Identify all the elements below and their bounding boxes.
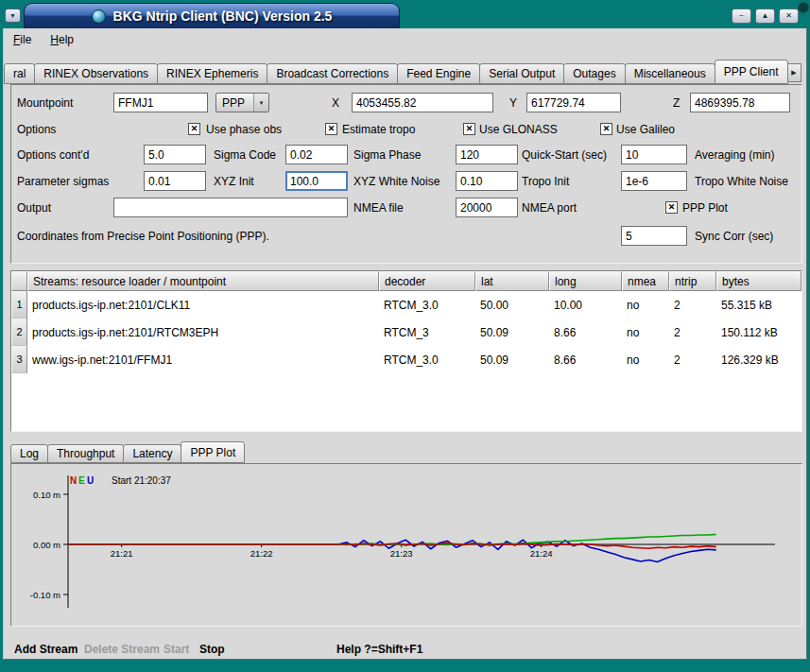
streams-table-header: Streams: resource loader / mountpoint de… [11,271,801,291]
row-number[interactable]: 1 [11,291,27,319]
cell-nmea: no [622,319,669,346]
ppp-plot-checkbox[interactable]: ✕ [665,201,678,214]
mountpoint-input[interactable] [113,93,208,112]
sigma-phase-input[interactable] [285,145,348,164]
chevron-down-icon: ▼ [9,12,16,19]
averaging-input[interactable] [621,145,687,164]
cell-ntrip: 2 [669,291,716,319]
nmea-port-label: NMEA port [522,201,577,215]
options-contd-label: Options cont'd [17,148,89,162]
parameter-sigmas-input[interactable] [144,171,206,191]
use-glonass-checkbox[interactable]: ✕ [463,123,475,135]
desktop-corner-widget [798,2,809,13]
use-glonass-label: Use GLONASS [479,123,558,136]
y-coordinate-label: Y [509,96,517,110]
main-window: File Help ral RINEX Observations RINEX E… [3,28,807,660]
header-decoder[interactable]: decoder [379,271,475,291]
tab-outages[interactable]: Outages [563,63,625,84]
header-bytes[interactable]: bytes [716,271,801,291]
row-number[interactable]: 3 [11,346,27,373]
streams-table: Streams: resource loader / mountpoint de… [10,270,802,432]
options-label: Options [17,123,56,136]
header-ntrip[interactable]: ntrip [669,271,716,291]
output-input[interactable] [113,198,348,217]
table-row[interactable]: 3 www.igs-ip.net:2101/FFMJ1 RTCM_3.0 50.… [11,346,801,373]
delete-stream-button: Delete Stream [84,643,160,656]
table-row[interactable]: 1 products.igs-ip.net:2101/CLK11 RTCM_3.… [11,291,801,319]
cell-long: 10.00 [549,291,622,319]
quick-start-label: Quick-Start (sec) [522,148,607,162]
close-button[interactable]: ✕ [779,9,799,24]
menu-file[interactable]: File [13,33,31,46]
header-long[interactable]: long [549,271,622,291]
cell-long: 8.66 [549,346,622,373]
svg-text:21:22: 21:22 [250,548,273,559]
titlebar[interactable]: BKG Ntrip Client (BNC) Version 2.5 [24,3,400,28]
table-row[interactable]: 2 products.igs-ip.net:2101/RTCM3EPH RTCM… [11,319,801,346]
help-button[interactable]: Help ?=Shift+F1 [336,643,422,656]
chevron-down-icon: ▼ [253,94,268,112]
use-phase-obs-checkbox[interactable]: ✕ [188,123,200,135]
tab-ppp-client[interactable]: PPP Client [715,60,788,84]
tab-serial-output[interactable]: Serial Output [479,63,564,84]
minimize-icon: − [739,12,744,20]
quick-start-input[interactable] [456,145,518,164]
y-coordinate-input[interactable] [526,93,621,112]
minimize-button[interactable]: − [732,9,751,24]
check-icon: ✕ [328,125,336,133]
tropo-init-label: Tropo Init [522,175,569,188]
tab-latency[interactable]: Latency [123,444,181,463]
x-coordinate-input[interactable] [352,93,493,112]
use-galileo-label: Use Galileo [616,123,675,136]
ppp-plot-panel: 0.10 m0.00 m-0.10 m21:2121:2221:2321:24N… [10,463,802,627]
tab-log[interactable]: Log [10,444,48,463]
xyz-init-input[interactable] [285,171,348,191]
z-coordinate-label: Z [673,96,680,110]
x-coordinate-label: X [332,96,339,110]
menubar: File Help [4,28,74,51]
sigma-phase-label: Sigma Phase [353,148,421,162]
ppp-plot-label: PPP Plot [682,201,728,215]
window-menu-button[interactable]: ▼ [5,9,21,23]
tab-miscellaneous[interactable]: Miscellaneous [625,63,715,84]
check-icon: ✕ [668,203,676,212]
settings-tabbar: ral RINEX Observations RINEX Ephemeris B… [4,59,787,84]
header-nmea[interactable]: nmea [622,271,669,291]
tab-rinex-observations[interactable]: RINEX Observations [34,63,158,84]
cell-ntrip: 2 [669,319,716,346]
header-lat[interactable]: lat [475,271,549,291]
svg-text:21:24: 21:24 [530,548,553,559]
tab-scroll-right-button[interactable]: ▶ [786,63,801,82]
sigma-code-input[interactable] [144,145,206,164]
tropo-white-noise-label: Tropo White Noise [695,175,788,188]
stop-button[interactable]: Stop [199,643,225,656]
cell-nmea: no [622,346,669,373]
form-row-options-contd: Options cont'd Sigma Code Sigma Phase Qu… [11,145,801,165]
nmea-port-input[interactable] [456,198,518,217]
xyz-white-noise-input[interactable] [456,171,518,191]
svg-text:0.10 m: 0.10 m [33,490,60,500]
start-button: Start [164,643,189,656]
z-coordinate-input[interactable] [690,93,790,112]
sync-corr-label: Sync Corr (sec) [695,230,773,243]
row-number[interactable]: 2 [11,319,27,346]
cell-bytes: 55.315 kB [716,291,801,319]
tab-broadcast-corrections[interactable]: Broadcast Corrections [267,63,398,84]
maximize-button[interactable]: ▲ [755,9,775,24]
header-mountpoint[interactable]: Streams: resource loader / mountpoint [27,271,379,291]
use-galileo-checkbox[interactable]: ✕ [600,123,612,135]
estimate-tropo-checkbox[interactable]: ✕ [325,123,337,135]
tropo-init-input[interactable] [621,171,687,191]
sync-corr-input[interactable] [621,226,687,246]
add-stream-button[interactable]: Add Stream [14,643,78,656]
tab-rinex-ephemeris[interactable]: RINEX Ephemeris [157,63,267,84]
menu-help[interactable]: Help [50,33,74,46]
svg-text:21:23: 21:23 [390,548,413,559]
estimate-tropo-label: Estimate tropo [342,123,415,136]
ppp-mode-combobox[interactable]: PPP ▼ [215,93,269,112]
tab-general[interactable]: ral [4,63,35,84]
tab-ppp-plot[interactable]: PPP Plot [181,441,245,463]
close-icon: ✕ [785,12,792,20]
tab-feed-engine[interactable]: Feed Engine [397,63,480,84]
tab-throughput[interactable]: Throughput [47,444,124,463]
